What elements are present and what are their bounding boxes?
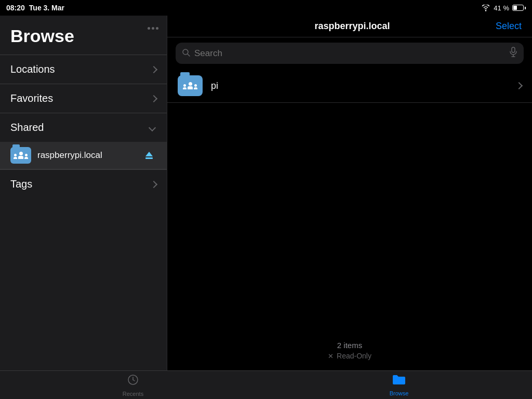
file-folder-icon bbox=[178, 75, 203, 96]
tags-label: Tags bbox=[10, 178, 32, 190]
locations-chevron-right-icon bbox=[151, 65, 156, 74]
readonly-label: ✕ Read-Only bbox=[178, 352, 522, 360]
shared-chevron-down-icon bbox=[148, 124, 156, 132]
favorites-section: Favorites bbox=[0, 84, 167, 113]
file-list: pi bbox=[167, 69, 532, 330]
date: Tue 3. Mar bbox=[29, 4, 64, 12]
sidebar-item-locations[interactable]: Locations bbox=[0, 55, 167, 84]
shared-section: Shared bbox=[0, 113, 167, 169]
folder-icon bbox=[392, 374, 406, 389]
status-left: 08:20 Tue 3. Mar bbox=[6, 4, 64, 12]
people-icon bbox=[14, 152, 28, 159]
main-header: raspberrypi.local Select bbox=[167, 16, 532, 37]
battery-icon bbox=[512, 5, 526, 11]
main-content: raspberrypi.local Select bbox=[167, 16, 532, 370]
raspberrypi-label: raspberrypi.local bbox=[37, 150, 142, 161]
person-left bbox=[14, 154, 17, 159]
locations-label: Locations bbox=[10, 63, 55, 75]
select-button[interactable]: Select bbox=[496, 21, 522, 32]
locations-section: Locations bbox=[0, 55, 167, 84]
battery-percent: 41 % bbox=[494, 4, 509, 12]
eject-icon[interactable] bbox=[142, 148, 156, 163]
favorites-label: Favorites bbox=[10, 92, 53, 104]
search-input[interactable] bbox=[194, 48, 505, 59]
file-person-right bbox=[194, 84, 197, 89]
more-button[interactable] bbox=[144, 20, 161, 36]
file-people-icon bbox=[183, 82, 197, 89]
microphone-icon[interactable] bbox=[509, 47, 517, 60]
status-bar: 08:20 Tue 3. Mar 41 % bbox=[0, 0, 532, 16]
readonly-text: Read-Only bbox=[337, 352, 371, 360]
svg-line-8 bbox=[133, 380, 135, 381]
favorites-chevron-right-icon bbox=[151, 95, 156, 103]
search-bar bbox=[176, 43, 524, 64]
sidebar-item-tags[interactable]: Tags bbox=[0, 169, 167, 198]
three-dots-icon bbox=[148, 27, 158, 30]
person-center bbox=[18, 152, 23, 159]
tab-browse[interactable]: Browse bbox=[266, 374, 532, 396]
wifi-icon bbox=[481, 5, 490, 11]
file-name: pi bbox=[211, 81, 516, 91]
clock-icon bbox=[127, 374, 139, 389]
search-icon bbox=[182, 48, 190, 59]
file-person-left bbox=[183, 84, 187, 89]
bottom-info: 2 items ✕ Read-Only bbox=[167, 330, 532, 370]
browse-title: Browse bbox=[0, 21, 167, 55]
file-person-center bbox=[188, 82, 193, 89]
person-right bbox=[24, 154, 28, 159]
eject-shape bbox=[145, 152, 153, 159]
recents-tab-label: Recents bbox=[123, 391, 143, 397]
tab-bar: Recents Browse bbox=[0, 370, 532, 399]
file-chevron-right-icon bbox=[516, 81, 522, 90]
time: 08:20 bbox=[6, 4, 25, 12]
x-icon: ✕ bbox=[328, 352, 334, 360]
browse-tab-label: Browse bbox=[390, 390, 409, 396]
table-row[interactable]: pi bbox=[167, 69, 532, 103]
shared-subitem-raspberrypi[interactable]: raspberrypi.local bbox=[0, 142, 167, 169]
main-title: raspberrypi.local bbox=[209, 21, 496, 32]
svg-line-2 bbox=[188, 54, 190, 56]
status-right: 41 % bbox=[481, 4, 526, 12]
tags-chevron-right-icon bbox=[151, 180, 156, 189]
tags-section: Tags bbox=[0, 169, 167, 198]
shared-folder-icon bbox=[10, 147, 31, 164]
shared-label: Shared bbox=[10, 122, 44, 134]
items-count: 2 items bbox=[178, 341, 522, 350]
sidebar: Browse Locations Favorites Shared bbox=[0, 16, 167, 370]
sidebar-item-shared[interactable]: Shared bbox=[0, 113, 167, 142]
svg-point-0 bbox=[485, 10, 486, 11]
sidebar-item-favorites[interactable]: Favorites bbox=[0, 84, 167, 113]
svg-rect-3 bbox=[512, 47, 515, 52]
app-container: Browse Locations Favorites Shared bbox=[0, 16, 532, 370]
tab-recents[interactable]: Recents bbox=[0, 374, 266, 397]
